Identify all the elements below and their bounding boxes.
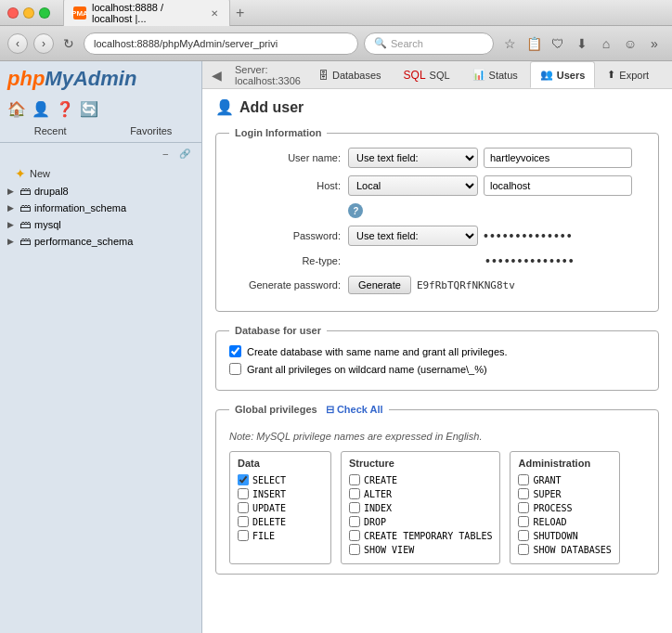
toggle-icon: ▶ [7, 237, 14, 246]
priv-grant-row: GRANT [518, 474, 611, 485]
link-icon[interactable]: 🔗 [175, 147, 194, 161]
sidebar-item-drupal8[interactable]: ▶ 🗃 drupal8 [0, 183, 201, 200]
top-nav: ◀ Server: localhost:3306 🗄 Databases SQL… [202, 61, 672, 89]
tab-users[interactable]: 👥 Users [530, 61, 596, 88]
wildcard-checkbox[interactable] [229, 363, 241, 375]
password-type-select[interactable]: Use text field: [348, 226, 478, 246]
download-icon[interactable]: ⬇ [572, 33, 592, 54]
retype-controls: •••••••••••••• [348, 253, 645, 268]
bookmark-icon[interactable]: ☆ [499, 33, 520, 54]
username-row: User name: Use text field: [229, 148, 645, 168]
priv-file-row: FILE [238, 530, 323, 541]
home-icon[interactable]: ⌂ [596, 33, 616, 54]
show-databases-checkbox[interactable] [518, 544, 529, 555]
show-view-checkbox[interactable] [349, 544, 360, 555]
back-arrow[interactable]: ◀ [206, 68, 227, 83]
shutdown-checkbox[interactable] [518, 530, 529, 541]
sidebar-item-performance-schema[interactable]: ▶ 🗃 performance_schema [0, 233, 201, 250]
priv-create-temp-row: CREATE TEMPORARY TABLES [349, 530, 492, 541]
new-database-item[interactable]: ✦ New [0, 164, 201, 183]
select-label: SELECT [252, 475, 286, 485]
priv-create-row: CREATE [349, 474, 492, 485]
process-checkbox[interactable] [518, 502, 529, 513]
extensions-icon[interactable]: » [644, 33, 665, 54]
search-bar[interactable]: 🔍 Search [364, 32, 494, 55]
file-checkbox[interactable] [238, 530, 249, 541]
super-checkbox[interactable] [518, 488, 529, 499]
delete-label: DELETE [252, 517, 286, 527]
alter-label: ALTER [364, 489, 392, 499]
help-icon[interactable]: ? [348, 203, 363, 218]
alter-checkbox[interactable] [349, 488, 360, 499]
create-checkbox[interactable] [349, 474, 360, 485]
toggle-icon: ▶ [7, 187, 14, 196]
collapse-all-button[interactable]: – [159, 147, 172, 161]
file-label: FILE [252, 531, 275, 541]
reload-checkbox[interactable] [518, 516, 529, 527]
recent-tab[interactable]: Recent [0, 122, 101, 142]
priv-show-view-row: SHOW VIEW [349, 544, 492, 555]
index-checkbox[interactable] [349, 502, 360, 513]
user-sidebar-icon[interactable]: 👤 [32, 100, 50, 118]
wildcard-row: Grant all privileges on wildcard name (u… [229, 363, 645, 375]
db-icon: 🗃 [19, 218, 31, 231]
tab-bar: PMA localhost:8888 / localhost |... ✕ + [63, 0, 665, 27]
grant-label: GRANT [533, 475, 561, 485]
maximize-window-button[interactable] [39, 7, 50, 19]
sidebar-item-mysql[interactable]: ▶ 🗃 mysql [0, 216, 201, 233]
priv-update-row: UPDATE [238, 502, 323, 513]
tab-databases[interactable]: 🗄 Databases [308, 61, 392, 88]
create-temp-checkbox[interactable] [349, 530, 360, 541]
refresh-button[interactable]: ↻ [59, 34, 78, 53]
data-box-title: Data [238, 458, 323, 469]
username-type-select[interactable]: Use text field: [348, 148, 478, 168]
tab-export[interactable]: ⬆ Export [597, 61, 659, 88]
shield-icon[interactable]: 🛡 [548, 33, 568, 54]
username-input[interactable] [484, 148, 632, 168]
tab-sql[interactable]: SQL SQL [394, 61, 460, 88]
tab-close-button[interactable]: ✕ [209, 6, 220, 19]
delete-checkbox[interactable] [238, 516, 249, 527]
reader-icon[interactable]: 📋 [523, 33, 544, 54]
host-type-select[interactable]: Local [348, 175, 478, 196]
admin-privileges-box: Administration GRANT SUPER PROCESS [510, 451, 619, 564]
forward-button[interactable]: › [33, 33, 54, 54]
grant-checkbox[interactable] [518, 474, 529, 485]
create-db-label: Create database with same name and grant… [247, 346, 508, 357]
login-info-fieldset: Login Information User name: Use text fi… [215, 127, 659, 312]
create-label: CREATE [364, 475, 397, 485]
emoji-icon[interactable]: ☺ [620, 33, 640, 54]
refresh-sidebar-icon[interactable]: 🔄 [80, 100, 98, 118]
create-temp-label: CREATE TEMPORARY TABLES [364, 531, 492, 541]
help-sidebar-icon[interactable]: ❓ [56, 100, 74, 118]
minimize-window-button[interactable] [23, 7, 34, 19]
add-user-icon: 👤 [215, 98, 234, 116]
note-text: Note: MySQL privilege names are expresse… [229, 431, 645, 442]
check-all-link[interactable]: ⊟ Check All [326, 404, 383, 415]
create-db-checkbox[interactable] [229, 345, 241, 357]
tab-status[interactable]: 📊 Status [462, 61, 528, 88]
home-sidebar-icon[interactable]: 🏠 [7, 100, 26, 118]
url-text: localhost:8888/phpMyAdmin/server_privi [94, 38, 278, 49]
priv-drop-row: DROP [349, 516, 492, 527]
back-button[interactable]: ‹ [7, 33, 28, 54]
username-controls: Use text field: [348, 148, 645, 168]
tab-more[interactable]: ▼ More [661, 61, 672, 88]
host-input[interactable] [484, 175, 632, 196]
priv-alter-row: ALTER [349, 488, 492, 499]
close-window-button[interactable] [7, 7, 19, 19]
structure-box-title: Structure [349, 458, 492, 469]
new-tab-button[interactable]: + [230, 5, 250, 21]
drop-checkbox[interactable] [349, 516, 360, 527]
priv-insert-row: INSERT [238, 488, 323, 499]
generate-button[interactable]: Generate [348, 276, 411, 294]
favorites-tab[interactable]: Favorites [101, 122, 202, 142]
search-icon: 🔍 [374, 37, 387, 49]
sidebar-toolbar: 🏠 👤 ❓ 🔄 [0, 97, 201, 122]
select-checkbox[interactable] [238, 474, 249, 485]
insert-checkbox[interactable] [238, 488, 249, 499]
address-bar[interactable]: localhost:8888/phpMyAdmin/server_privi [84, 32, 358, 55]
update-checkbox[interactable] [238, 502, 249, 513]
sidebar-item-information-schema[interactable]: ▶ 🗃 information_schema [0, 200, 201, 216]
browser-tab[interactable]: PMA localhost:8888 / localhost |... ✕ [63, 0, 230, 27]
